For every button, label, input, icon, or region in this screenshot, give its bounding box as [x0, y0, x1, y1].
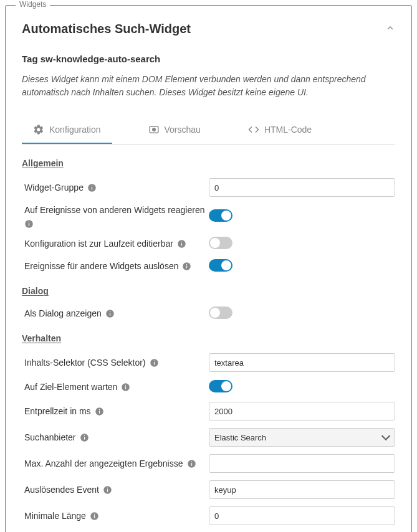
label-max-results: Max. Anzahl der angezeigten Ergebnisse — [24, 458, 183, 469]
section-header-general: Allgemein — [22, 158, 395, 168]
svg-rect-3 — [92, 187, 92, 189]
row-react-events: Auf Ereignisse von anderen Widgets reagi… — [22, 201, 395, 232]
toggle-runtime-editable[interactable] — [209, 237, 232, 249]
info-icon[interactable] — [80, 433, 89, 442]
eye-icon — [148, 124, 160, 135]
chevron-up-icon[interactable] — [385, 23, 395, 35]
info-icon[interactable] — [187, 459, 196, 468]
section-header-behavior: Verhalten — [22, 333, 395, 343]
svg-rect-6 — [29, 223, 29, 226]
svg-rect-9 — [181, 243, 182, 245]
info-icon[interactable] — [182, 262, 191, 271]
tab-html-code[interactable]: HTML-Code — [237, 118, 323, 144]
svg-rect-24 — [98, 411, 99, 413]
svg-rect-30 — [191, 463, 191, 465]
svg-rect-36 — [94, 515, 95, 518]
info-icon[interactable] — [121, 382, 130, 392]
input-min-length[interactable] — [209, 506, 395, 525]
tab-label: Konfiguration — [49, 125, 101, 135]
select-search-provider[interactable]: Elastic Search — [209, 428, 395, 447]
label-runtime-editable: Konfiguration ist zur Laufzeit editierba… — [24, 238, 173, 249]
svg-rect-10 — [181, 241, 182, 242]
row-trigger-events: Ereignisse für andere Widgets auslösen — [22, 255, 395, 277]
label-content-selector: Inhalts-Selektor (CSS Selektor) — [24, 357, 146, 368]
tab-configuration[interactable]: Konfiguration — [22, 118, 112, 144]
input-max-results[interactable] — [209, 454, 395, 473]
svg-point-1 — [152, 128, 155, 131]
toggle-wait-target[interactable] — [209, 380, 232, 392]
label-wait-target: Auf Ziel-Element warten — [24, 381, 117, 392]
widget-tag: Tag sw-knowledge-auto-search — [22, 54, 395, 64]
widget-description: Dieses Widget kann mit einem DOM Element… — [22, 73, 395, 99]
info-icon[interactable] — [103, 485, 112, 495]
label-search-provider: Suchanbieter — [24, 432, 76, 443]
svg-rect-27 — [84, 437, 84, 439]
svg-rect-34 — [107, 487, 108, 488]
tabs-bar: Konfiguration Vorschau HTML-Code — [22, 118, 395, 145]
widget-header: Automatisches Such-Widget — [22, 22, 395, 36]
tab-label: HTML-Code — [264, 125, 312, 135]
row-runtime-editable: Konfiguration ist zur Laufzeit editierba… — [22, 232, 395, 255]
tab-label: Vorschau — [165, 125, 201, 135]
label-trigger-event: Auslösendes Event — [24, 484, 99, 495]
label-trigger-events: Ereignisse für andere Widgets auslösen — [24, 260, 178, 272]
row-wait-target: Auf Ziel-Element warten — [22, 376, 395, 398]
info-icon[interactable] — [24, 219, 34, 229]
info-icon[interactable] — [105, 309, 115, 318]
row-debounce: Entprellzeit in ms — [22, 398, 395, 424]
label-debounce: Entprellzeit in ms — [24, 406, 91, 417]
svg-rect-28 — [84, 435, 84, 435]
toggle-trigger-events[interactable] — [209, 259, 232, 272]
row-search-provider: Suchanbieter Elastic Search — [22, 424, 395, 450]
section-header-dialog: Dialog — [22, 286, 395, 296]
label-as-dialog: Als Dialog anzeigen — [24, 308, 102, 319]
svg-rect-7 — [29, 222, 29, 222]
row-trigger-event: Auslösendes Event — [22, 477, 395, 503]
label-widget-group: Widget-Gruppe — [24, 182, 84, 193]
input-widget-group[interactable] — [209, 178, 395, 197]
info-icon[interactable] — [87, 183, 97, 192]
svg-rect-18 — [153, 362, 154, 364]
widget-title: Automatisches Such-Widget — [22, 22, 191, 36]
toggle-react-events[interactable] — [209, 209, 232, 222]
svg-rect-21 — [125, 386, 126, 389]
label-react-events: Auf Ereignisse von anderen Widgets reagi… — [24, 204, 205, 216]
row-content-selector: Inhalts-Selektor (CSS Selektor) — [22, 349, 395, 376]
row-as-dialog: Als Dialog anzeigen — [22, 302, 395, 325]
toggle-as-dialog[interactable] — [209, 306, 232, 319]
svg-rect-13 — [186, 264, 187, 264]
gear-icon — [33, 124, 44, 135]
info-icon[interactable] — [177, 239, 186, 249]
svg-rect-4 — [92, 185, 92, 186]
input-debounce[interactable] — [209, 402, 395, 420]
svg-rect-16 — [110, 311, 110, 311]
info-icon[interactable] — [95, 407, 104, 416]
svg-rect-33 — [107, 489, 108, 492]
label-min-length: Minimale Länge — [24, 510, 86, 521]
svg-rect-22 — [125, 384, 126, 385]
info-icon[interactable] — [90, 511, 99, 521]
row-widget-group: Widget-Gruppe — [22, 174, 395, 201]
svg-rect-37 — [94, 513, 95, 514]
row-max-results: Max. Anzahl der angezeigten Ergebnisse — [22, 450, 395, 477]
fieldset-legend: Widgets — [16, 0, 50, 9]
svg-rect-12 — [186, 265, 187, 268]
input-content-selector[interactable] — [209, 353, 395, 372]
row-min-length: Minimale Länge — [22, 503, 395, 529]
svg-rect-19 — [153, 360, 154, 361]
input-trigger-event[interactable] — [209, 480, 395, 499]
tab-preview[interactable]: Vorschau — [137, 118, 212, 144]
svg-rect-15 — [110, 313, 110, 315]
code-icon — [248, 124, 259, 135]
svg-rect-31 — [191, 461, 191, 462]
info-icon[interactable] — [150, 358, 159, 368]
svg-rect-25 — [98, 409, 99, 409]
widgets-fieldset: Widgets Automatisches Such-Widget Tag sw… — [5, 5, 412, 532]
